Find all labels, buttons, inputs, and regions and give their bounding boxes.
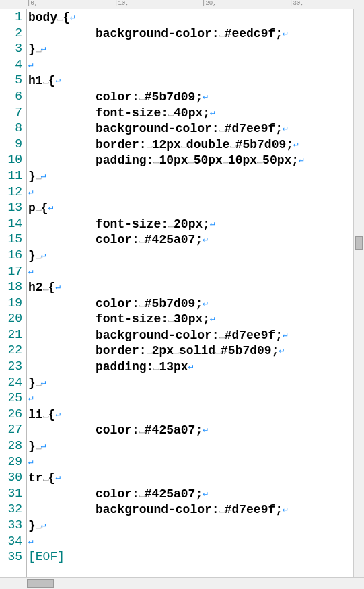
code-line[interactable]: background-color:⎵#d7ee9f;↵	[28, 120, 364, 137]
code-line[interactable]: background-color:⎵#d7ee9f;↵	[28, 327, 364, 343]
code-line[interactable]: color:⎵#5b7d09;↵	[28, 89, 364, 105]
ruler: |0, |10, |20, |30,	[0, 0, 364, 9]
line-number: 5	[0, 73, 22, 89]
eof-marker: [EOF]	[28, 550, 65, 563]
code-line[interactable]: ↵	[28, 264, 364, 280]
whitespace-marker: ⎵	[36, 203, 41, 213]
code-line[interactable]: border:⎵12px⎵double⎵#5b7d09;↵	[28, 137, 364, 153]
code-line[interactable]: color:⎵#425a07;↵	[28, 232, 364, 248]
code-line[interactable]: padding:⎵10px⎵50px⎵10px⎵50px;↵	[28, 152, 364, 168]
code-line[interactable]: body⎵{↵	[28, 9, 364, 26]
code-token: font-size:	[96, 312, 168, 326]
horizontal-scrollbar-thumb[interactable]	[27, 579, 54, 588]
code-token: background-color:	[96, 328, 219, 342]
ruler-mark: |0,	[27, 0, 38, 7]
code-token: tr	[28, 471, 43, 485]
code-line[interactable]: color:⎵#425a07;↵	[28, 422, 364, 438]
whitespace-marker: ⎵	[257, 155, 262, 166]
line-number: 24	[0, 375, 22, 391]
code-token: }	[28, 249, 36, 263]
code-line[interactable]: p⎵{↵	[28, 200, 364, 216]
vertical-scrollbar[interactable]	[353, 9, 364, 577]
code-line[interactable]: color:⎵#425a07;↵	[28, 486, 364, 502]
code-line[interactable]: }⎵↵	[28, 375, 364, 391]
line-number: 33	[0, 518, 22, 534]
code-line[interactable]: li⎵{↵	[28, 407, 364, 423]
line-number: 15	[0, 232, 22, 248]
code-token: color:	[96, 90, 139, 104]
code-token: li	[28, 408, 43, 421]
editor-area[interactable]: 1234567891011121314151617181920212223242…	[0, 9, 364, 577]
return-marker-icon: ↵	[55, 282, 61, 292]
code-token: solid	[179, 344, 215, 357]
whitespace-marker: ⎵	[36, 520, 41, 531]
line-number: 2	[0, 26, 22, 42]
code-line[interactable]: ↵	[28, 390, 364, 407]
line-number: 27	[0, 422, 22, 438]
return-marker-icon: ↵	[41, 378, 46, 388]
line-number: 16	[0, 248, 22, 264]
code-line[interactable]: ↵	[28, 57, 364, 73]
code-line[interactable]: h1⎵{↵	[28, 73, 364, 89]
code-line[interactable]: tr⎵{↵	[28, 470, 364, 486]
return-marker-icon: ↵	[210, 314, 215, 324]
code-line[interactable]: font-size:⎵40px;↵	[28, 105, 364, 121]
horizontal-scrollbar[interactable]	[0, 577, 364, 589]
code-token: padding:	[96, 153, 153, 167]
whitespace-marker: ⎵	[147, 345, 152, 356]
code-token: 10px	[159, 153, 188, 167]
whitespace-marker: ⎵	[181, 139, 186, 150]
code-token: color:	[96, 297, 139, 310]
code-line[interactable]: color:⎵#5b7d09;↵	[28, 296, 364, 312]
return-marker-icon: ↵	[283, 28, 288, 38]
return-marker-icon: ↵	[55, 409, 61, 419]
code-token: padding:	[96, 360, 153, 374]
code-token: }	[28, 376, 36, 390]
code-token: 40px;	[174, 106, 210, 120]
code-line[interactable]: ↵	[28, 534, 364, 550]
code-line[interactable]: }⎵↵	[28, 248, 364, 264]
code-token: 50px;	[262, 153, 299, 167]
whitespace-marker: ⎵	[139, 92, 145, 102]
code-line[interactable]: }⎵↵	[28, 438, 364, 454]
return-marker-icon: ↵	[41, 441, 46, 451]
return-marker-icon: ↵	[210, 108, 215, 118]
whitespace-marker: ⎵	[168, 219, 174, 230]
code-content[interactable]: body⎵{↵background-color:⎵#eedc9f;↵}⎵↵↵h1…	[27, 9, 364, 577]
code-line[interactable]: padding:⎵13px↵	[28, 359, 364, 375]
code-token: #5b7d09;	[145, 90, 203, 104]
code-token: #5b7d09;	[221, 344, 279, 357]
code-token: {	[63, 11, 70, 24]
line-number: 31	[0, 486, 22, 502]
code-line[interactable]: }⎵↵	[28, 168, 364, 184]
code-line[interactable]: font-size:⎵20px;↵	[28, 216, 364, 232]
code-line[interactable]: font-size:⎵30px;↵	[28, 311, 364, 327]
code-line[interactable]: background-color:⎵#d7ee9f;↵	[28, 501, 364, 518]
code-line[interactable]: background-color:⎵#eedc9f;↵	[28, 26, 364, 42]
code-line[interactable]: ↵	[28, 184, 364, 201]
code-line[interactable]: border:⎵2px⎵solid⎵#5b7d09;↵	[28, 343, 364, 359]
line-number: 22	[0, 343, 22, 359]
return-marker-icon: ↵	[28, 187, 34, 197]
line-number: 10	[0, 152, 22, 168]
code-token: {	[48, 74, 56, 88]
code-token: color:	[96, 423, 139, 437]
code-line[interactable]: }⎵↵	[28, 518, 364, 534]
whitespace-marker: ⎵	[230, 139, 235, 150]
code-line[interactable]: }⎵↵	[28, 41, 364, 57]
code-token: {	[48, 471, 56, 485]
code-token: p	[28, 201, 36, 215]
code-line[interactable]: [EOF]	[28, 549, 364, 565]
whitespace-marker: ⎵	[43, 282, 48, 293]
whitespace-marker: ⎵	[36, 441, 41, 452]
line-number: 6	[0, 89, 22, 105]
line-number: 21	[0, 327, 22, 343]
vertical-scrollbar-thumb[interactable]	[355, 236, 363, 250]
whitespace-marker: ⎵	[168, 108, 174, 118]
code-line[interactable]: h2⎵{↵	[28, 279, 364, 296]
return-marker-icon: ↵	[41, 250, 46, 261]
return-marker-icon: ↵	[279, 345, 284, 355]
code-token: body	[28, 11, 57, 24]
code-line[interactable]: ↵	[28, 454, 364, 471]
code-token: #d7ee9f;	[225, 328, 283, 342]
